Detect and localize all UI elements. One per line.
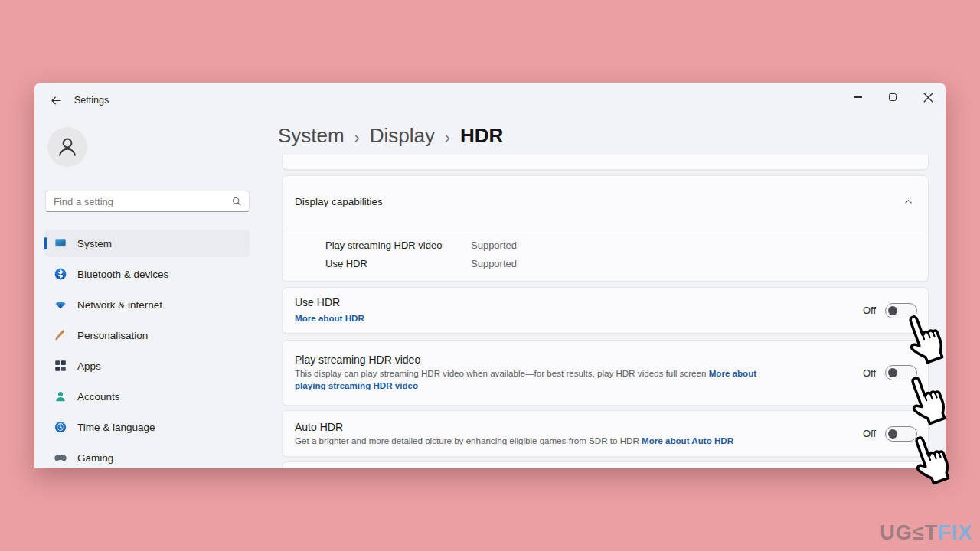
sidebar-item-label: Apps [77,360,101,372]
person-icon [52,132,83,162]
chevron-right-icon: › [354,126,360,146]
auto-hdr-title: Auto HDR [295,421,733,433]
sidebar-item-system[interactable]: System [44,230,250,257]
description-text: This display can play streaming HDR vide… [295,368,706,378]
partial-card-top [282,155,929,170]
selected-accent-bar [44,237,47,249]
display-capabilities-header[interactable]: Display capabilities [283,176,928,227]
capability-label: Play streaming HDR video [325,240,471,251]
capabilities-rows: Play streaming HDR video Supported Use H… [283,227,928,272]
sidebar-item-label: Personalisation [77,330,148,341]
capability-value: Supported [471,258,517,269]
sidebar-item-personalisation[interactable]: Personalisation [44,321,250,349]
sidebar-item-apps[interactable]: Apps [44,352,250,380]
chevron-up-icon[interactable] [903,197,913,207]
close-button[interactable] [910,84,946,110]
gamepad-icon [54,451,67,465]
sidebar-item-label: Network & internet [77,299,162,311]
minimize-icon [854,96,862,98]
watermark-part: T [924,521,938,544]
ugetfix-watermark: UG≤TFIX [880,521,972,545]
breadcrumb-display[interactable]: Display [370,124,435,148]
more-about-streaming-link[interactable]: More about [709,368,756,378]
sidebar-item-bluetooth[interactable]: Bluetooth & devices [44,260,250,288]
toggle-state-label: Off [863,367,876,379]
play-streaming-info: Play streaming HDR video This display ca… [295,354,756,392]
auto-hdr-info: Auto HDR Get a brighter and more detaile… [295,421,733,447]
sidebar-item-label: Accounts [77,391,120,403]
back-button[interactable] [45,90,67,110]
partial-card-bottom [282,461,929,468]
description-text: Get a brighter and more detailed picture… [295,435,639,445]
clock-globe-icon [54,420,67,434]
table-row: Play streaming HDR video Supported [325,236,916,254]
page-title: HDR [460,124,503,148]
more-about-auto-hdr-link[interactable]: More about Auto HDR [642,435,733,445]
capability-label: Use HDR [325,258,471,269]
maximize-button[interactable] [875,84,910,110]
watermark-part: UG [880,521,913,544]
wifi-icon [54,298,67,311]
search-icon [230,195,243,207]
auto-hdr-toggle-zone: Off [863,426,917,442]
toggle-knob [888,429,897,439]
search-input[interactable] [54,196,230,207]
user-avatar[interactable] [47,127,87,167]
watermark-part: FIX [938,521,972,544]
display-capabilities-title: Display capabilities [295,196,383,207]
watermark-stylized-e: ≤ [913,521,925,544]
apps-grid-icon [54,359,67,373]
settings-window: Settings [34,83,946,468]
maximize-icon [889,93,897,101]
use-hdr-toggle-zone: Off [863,303,917,318]
more-about-streaming-link[interactable]: playing streaming HDR video [295,380,418,390]
window-controls [840,84,946,110]
use-hdr-card: Use HDR More about HDR Off [282,287,929,334]
sidebar-item-accounts[interactable]: Accounts [44,383,250,410]
back-arrow-icon [50,94,63,107]
play-streaming-title: Play streaming HDR video [295,354,756,366]
more-about-hdr-link[interactable]: More about HDR [295,313,364,323]
auto-hdr-card: Auto HDR Get a brighter and more detaile… [282,410,929,457]
breadcrumb-system[interactable]: System [278,124,345,148]
toggle-state-label: Off [863,428,876,439]
sidebar-item-label: Gaming [77,452,113,464]
use-hdr-info: Use HDR More about HDR [295,296,364,324]
sidebar-item-network[interactable]: Network & internet [44,291,250,318]
window-title: Settings [74,95,109,106]
paintbrush-icon [54,328,67,342]
sidebar-item-label: Bluetooth & devices [77,269,168,280]
bluetooth-icon [54,267,67,281]
accounts-person-icon [54,390,67,403]
system-icon [54,236,67,250]
sidebar-item-label: System [77,238,112,249]
screenshot-stage: Settings [0,0,980,551]
capability-value: Supported [471,240,517,251]
toggle-knob [888,368,897,377]
sidebar-item-time-language[interactable]: Time & language [44,413,250,441]
auto-hdr-description: Get a brighter and more detailed picture… [295,435,733,447]
breadcrumb: System › Display › HDR [278,124,503,148]
toggle-knob [888,306,897,315]
close-icon [923,93,933,103]
search-box [45,191,250,212]
play-streaming-description: This display can play streaming HDR vide… [295,367,756,392]
use-hdr-title: Use HDR [295,296,364,308]
chevron-right-icon: › [445,126,450,146]
toggle-state-label: Off [863,305,876,316]
sidebar-item-gaming[interactable]: Gaming [44,444,250,468]
display-capabilities-card: Display capabilities Play streaming HDR … [282,175,929,282]
play-streaming-hdr-card: Play streaming HDR video This display ca… [282,340,929,406]
table-row: Use HDR Supported [325,254,916,272]
sidebar-item-label: Time & language [77,422,155,433]
minimize-button[interactable] [840,84,875,110]
